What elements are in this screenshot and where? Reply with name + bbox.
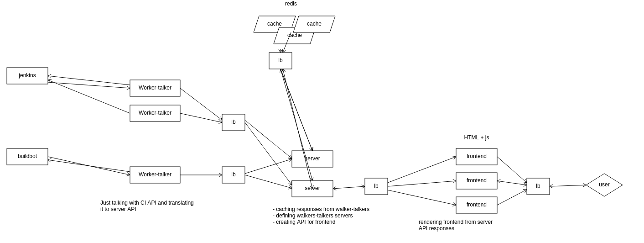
architecture-diagram <box>0 0 644 243</box>
